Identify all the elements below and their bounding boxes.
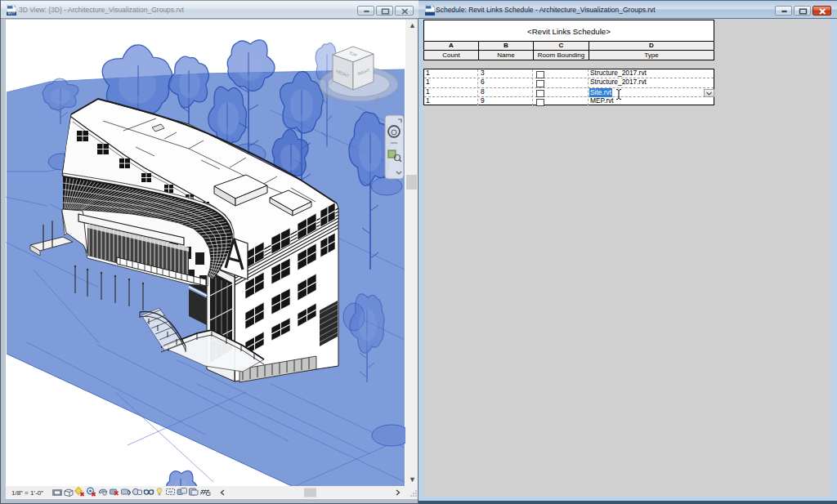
svg-text:1/8” = 1’-0”: 1/8” = 1’-0” [11,489,43,497]
svg-text:RVT: RVT [8,11,16,16]
